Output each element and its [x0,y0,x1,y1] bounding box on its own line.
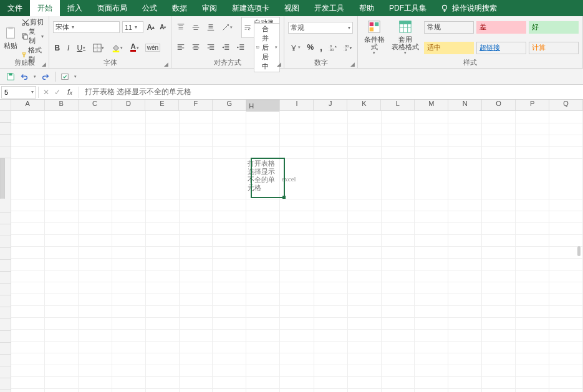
cell[interactable] [314,111,347,123]
cell[interactable] [549,199,582,211]
cell[interactable] [415,211,448,222]
cell[interactable] [347,317,381,329]
cell[interactable] [415,294,448,305]
cell[interactable] [78,211,112,222]
font-name-select[interactable]: 宋体▾ [53,21,119,33]
cell[interactable] [314,329,347,341]
cell[interactable] [280,246,314,258]
cancel-formula-button[interactable]: ✕ [41,88,52,97]
cell[interactable] [280,294,314,305]
cell[interactable] [213,123,246,135]
vertical-scrollbar-thumb[interactable] [577,246,581,256]
cell[interactable] [78,305,112,317]
cell[interactable] [179,305,213,317]
row-header[interactable] [0,307,11,319]
cell[interactable] [112,158,145,199]
cell[interactable] [246,317,280,329]
cell[interactable] [213,305,246,317]
cell[interactable] [145,341,179,353]
cell[interactable] [45,317,79,329]
cell[interactable] [415,123,448,135]
cell[interactable] [45,305,79,317]
cell[interactable] [112,341,145,353]
cell[interactable] [516,111,549,123]
cell[interactable] [112,199,145,211]
undo-icon[interactable] [20,72,29,81]
cell[interactable] [482,388,516,392]
cell[interactable] [347,111,381,123]
column-header-K[interactable]: K [347,100,381,110]
increase-font-button[interactable]: A▴ [146,23,157,32]
cell[interactable] [179,234,213,246]
cell[interactable] [11,111,45,123]
cell[interactable] [347,365,381,376]
row-header[interactable] [0,158,5,199]
cell[interactable] [45,282,79,294]
cell[interactable] [381,317,415,329]
cell[interactable] [179,222,213,234]
cell[interactable] [11,341,45,353]
cell[interactable] [280,317,314,329]
cut-button[interactable]: 剪切 [20,17,45,27]
cell[interactable] [45,199,79,211]
cell[interactable] [482,305,516,317]
cell[interactable] [347,305,381,317]
cell[interactable] [381,365,415,376]
cell[interactable] [78,270,112,282]
tab-page-layout[interactable]: 页面布局 [90,0,135,16]
phonetic-button[interactable]: wén [145,44,160,52]
font-color-button[interactable]: A▾ [129,44,140,52]
cell[interactable] [213,211,246,222]
align-center-button[interactable] [190,43,201,52]
cell[interactable] [347,353,381,365]
cell[interactable] [415,222,448,234]
cell[interactable] [314,123,347,135]
cell[interactable] [381,376,415,388]
cell[interactable] [78,158,112,199]
cell[interactable] [448,365,482,376]
cell[interactable] [314,282,347,294]
cell[interactable] [482,365,516,376]
cell[interactable] [415,135,448,146]
cell[interactable] [314,258,347,270]
increase-indent-button[interactable] [235,43,246,52]
cell[interactable] [145,158,179,199]
cell[interactable] [482,376,516,388]
cell[interactable] [516,388,549,392]
cell[interactable] [213,341,246,353]
row-header[interactable] [0,272,11,284]
cell[interactable] [347,246,381,258]
cell[interactable] [347,158,381,199]
cell[interactable] [112,123,145,135]
percent-button[interactable]: % [306,43,315,52]
cell[interactable] [145,317,179,329]
cell[interactable] [516,135,549,146]
column-header-G[interactable]: G [213,100,246,110]
cell[interactable] [11,376,45,388]
cell[interactable] [45,376,79,388]
cell[interactable] [280,388,314,392]
row-header[interactable] [0,111,11,123]
qat-custom-icon[interactable] [60,72,69,81]
tab-developer[interactable]: 开发工具 [307,0,352,16]
tab-file[interactable]: 文件 [0,0,30,16]
cell-style-bad[interactable]: 差 [476,21,526,34]
decrease-decimal-button[interactable]: .00.0 [342,43,354,52]
cell[interactable] [549,123,582,135]
cell[interactable] [145,270,179,282]
cell[interactable] [179,158,213,199]
comma-button[interactable]: , [319,42,324,52]
cell[interactable] [549,234,582,246]
cell[interactable] [179,211,213,222]
cell[interactable] [448,234,482,246]
cell[interactable] [45,353,79,365]
tab-view[interactable]: 视图 [277,0,307,16]
cell[interactable] [45,258,79,270]
cell[interactable] [415,246,448,258]
cell[interactable] [112,329,145,341]
cell[interactable] [179,282,213,294]
cell[interactable] [78,246,112,258]
cell[interactable] [78,353,112,365]
cell[interactable] [213,388,246,392]
cell[interactable] [314,222,347,234]
